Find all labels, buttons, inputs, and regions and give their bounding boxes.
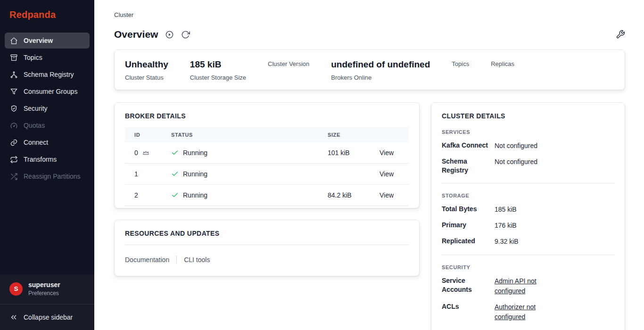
- stat-label: Cluster Status: [125, 74, 168, 81]
- preferences-link[interactable]: Preferences: [28, 290, 60, 297]
- detail-label: Service Accounts: [442, 276, 495, 294]
- sidebar-item-label: Security: [24, 105, 48, 112]
- user-profile[interactable]: S superuser Preferences: [0, 274, 94, 304]
- cluster-details-title: CLUSTER DETAILS: [442, 112, 614, 120]
- detail-row-acls: ACLs Authorizer not configured: [442, 302, 614, 322]
- broker-row: 2 Running 84.2 kiB View: [125, 185, 409, 206]
- wrench-icon[interactable]: [616, 30, 625, 39]
- authorizer-not-configured-link[interactable]: Authorizer not configured: [495, 302, 547, 322]
- vertical-divider: [176, 256, 177, 264]
- repeat-icon: [9, 155, 18, 164]
- stat-cluster-status: Unhealthy Cluster Status: [125, 59, 168, 81]
- resources-links: Documentation CLI tools: [125, 256, 409, 264]
- broker-status: Running: [183, 149, 207, 157]
- sidebar-item-label: Overview: [24, 37, 53, 44]
- sidebar: Redpanda Overview Topics Schema Registry: [0, 0, 94, 330]
- broker-status: Running: [183, 191, 207, 199]
- user-text: superuser Preferences: [28, 281, 60, 297]
- stat-replicas: Replicas: [491, 59, 514, 67]
- resources-title: RESOURCES AND UPDATES: [125, 230, 409, 237]
- home-icon: [9, 36, 18, 45]
- security-heading: SECURITY: [442, 264, 614, 270]
- sidebar-footer: S superuser Preferences Collapse sidebar: [0, 274, 94, 330]
- main-content: Cluster Overview Unhealthy Cluster Statu…: [94, 0, 644, 330]
- detail-value: 176 kiB: [495, 221, 517, 231]
- broker-size: [324, 164, 376, 185]
- page-title: Overview: [114, 29, 158, 40]
- sidebar-item-transforms[interactable]: Transforms: [5, 151, 90, 167]
- broker-details-card: BROKER DETAILS ID STATUS SIZE: [114, 102, 420, 208]
- detail-value: Not configured: [495, 141, 537, 151]
- sidebar-item-topics[interactable]: Topics: [5, 50, 90, 66]
- sidebar-item-security[interactable]: Security: [5, 100, 90, 116]
- detail-row-total-bytes: Total Bytes 185 kiB: [442, 205, 614, 214]
- right-column: CLUSTER DETAILS SERVICES Kafka Connect N…: [431, 102, 625, 330]
- sidebar-item-connect[interactable]: Connect: [5, 134, 90, 150]
- sidebar-item-reassign-partitions[interactable]: Reassign Partitions: [5, 168, 90, 184]
- content-columns: BROKER DETAILS ID STATUS SIZE: [114, 102, 625, 330]
- shuffle-icon: [9, 172, 18, 181]
- cli-tools-link[interactable]: CLI tools: [184, 256, 210, 264]
- detail-label: ACLs: [442, 302, 495, 311]
- stat-label: Topics: [452, 60, 469, 67]
- title-row: Overview: [114, 29, 625, 40]
- detail-value: 9.32 kiB: [495, 237, 519, 247]
- stat-brokers-online: undefined of undefined Brokers Online: [331, 59, 430, 81]
- sidebar-item-quotas[interactable]: Quotas: [5, 117, 90, 133]
- broker-id: 0: [134, 149, 138, 157]
- sidebar-item-schema-registry[interactable]: Schema Registry: [5, 66, 90, 82]
- detail-value: Not configured: [495, 157, 537, 167]
- sidebar-item-label: Consumer Groups: [24, 88, 77, 95]
- column-header-size: SIZE: [324, 127, 376, 142]
- detail-label: Schema Registry: [442, 157, 495, 175]
- detail-label: Replicated: [442, 237, 495, 246]
- detail-row-replicated: Replicated 9.32 kiB: [442, 237, 614, 247]
- column-header-status: STATUS: [167, 127, 324, 142]
- collapse-label: Collapse sidebar: [24, 314, 73, 321]
- services-heading: SERVICES: [442, 129, 614, 135]
- broker-details-title: BROKER DETAILS: [125, 112, 409, 120]
- broker-id: 1: [134, 170, 138, 178]
- broker-table: ID STATUS SIZE 0 Running 101 kiB: [125, 127, 409, 206]
- sidebar-item-label: Topics: [24, 54, 42, 61]
- sidebar-item-label: Reassign Partitions: [24, 173, 81, 180]
- leader-crown-icon: [142, 149, 149, 157]
- broker-table-header: ID STATUS SIZE: [125, 127, 409, 142]
- stat-cluster-version: Cluster Version: [268, 59, 309, 67]
- broker-row: 0 Running 101 kiB View: [125, 142, 409, 164]
- detail-label: Kafka Connect: [442, 141, 495, 150]
- view-broker-link[interactable]: View: [380, 149, 394, 157]
- left-column: BROKER DETAILS ID STATUS SIZE: [114, 102, 420, 276]
- sidebar-item-overview[interactable]: Overview: [5, 33, 90, 49]
- view-broker-link[interactable]: View: [380, 170, 394, 178]
- resources-card: RESOURCES AND UPDATES Documentation CLI …: [114, 220, 420, 276]
- column-header-id: ID: [125, 127, 167, 142]
- stat-value: undefined of undefined: [331, 59, 430, 70]
- stat-label: Cluster Version: [268, 60, 309, 67]
- breadcrumb[interactable]: Cluster: [114, 11, 133, 18]
- broker-id: 2: [134, 191, 138, 199]
- stat-label: Cluster Storage Size: [190, 74, 246, 81]
- broker-row: 1 Running View: [125, 164, 409, 185]
- app-root: Redpanda Overview Topics Schema Registry: [0, 0, 644, 330]
- admin-api-not-configured-link[interactable]: Admin API not configured: [495, 276, 547, 296]
- documentation-link[interactable]: Documentation: [125, 256, 169, 264]
- divider: [442, 183, 614, 183]
- detail-row-schema-registry: Schema Registry Not configured: [442, 157, 614, 175]
- sidebar-item-label: Transforms: [24, 156, 57, 163]
- stat-topics: Topics: [452, 59, 469, 67]
- link-icon: [9, 138, 18, 147]
- broker-status: Running: [183, 170, 207, 178]
- sidebar-item-consumer-groups[interactable]: Consumer Groups: [5, 83, 90, 99]
- detail-label: Primary: [442, 221, 495, 230]
- collapse-sidebar-button[interactable]: Collapse sidebar: [0, 304, 94, 330]
- refresh-icon[interactable]: [181, 30, 190, 39]
- detail-row-primary: Primary 176 kiB: [442, 221, 614, 231]
- play-circle-icon[interactable]: [165, 30, 174, 39]
- view-broker-link[interactable]: View: [380, 191, 394, 199]
- user-name: superuser: [28, 281, 60, 289]
- stat-value: 185 kiB: [190, 59, 246, 70]
- sidebar-nav: Overview Topics Schema Registry Consumer…: [0, 33, 94, 184]
- check-icon: [171, 191, 179, 199]
- divider: [442, 255, 614, 255]
